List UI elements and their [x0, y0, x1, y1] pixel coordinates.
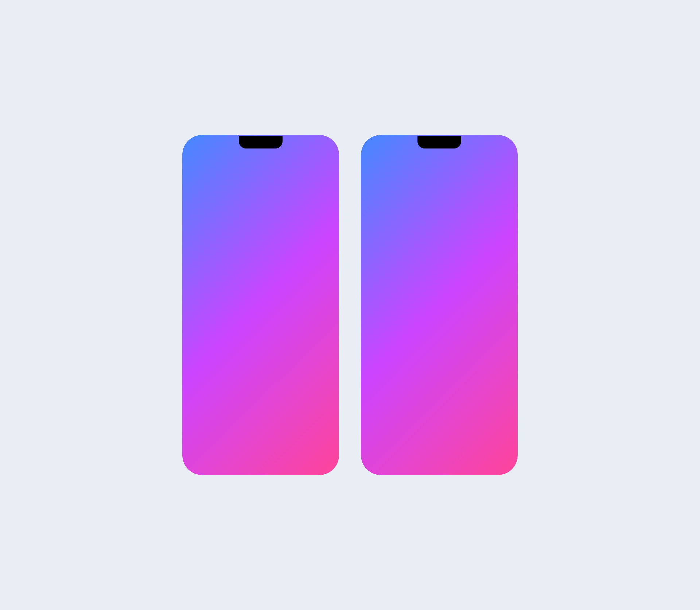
phone-notch-left: [239, 136, 283, 148]
call-spacer: [362, 171, 517, 474]
phone-notch-right: [417, 136, 461, 148]
svg-point-12: [485, 158, 487, 161]
effects-button[interactable]: [430, 435, 449, 454]
right-phone: 😊: [361, 135, 518, 475]
home-indicator-right: [362, 466, 517, 474]
call-header: ← John Smith •••: [362, 152, 517, 171]
forest-glow: [262, 325, 332, 339]
svg-point-18: [440, 443, 441, 444]
effects-icon: [434, 439, 444, 449]
camera-icon-right: ▣: [494, 143, 499, 148]
mic-icon: [409, 440, 418, 449]
card-colorful-partial[interactable]: [262, 343, 332, 379]
status-icons-right: ▣ ↓: [491, 141, 507, 150]
partial-grid: [183, 343, 338, 379]
call-actions: •••: [483, 157, 508, 167]
controls-bar: [368, 431, 511, 458]
svg-point-20: [441, 441, 443, 443]
camera-icon: ▣: [316, 143, 320, 148]
svg-point-19: [436, 441, 438, 443]
end-call-button[interactable]: [481, 435, 500, 454]
more-options-button[interactable]: •••: [497, 158, 508, 167]
status-time-left: 09:41: [194, 142, 207, 148]
left-phone: 09:41 ▣ ↓: [182, 135, 339, 475]
flip-camera-icon: [460, 440, 469, 449]
phone-inner-right: 😊: [362, 136, 517, 474]
svg-point-17: [437, 443, 438, 444]
mic-button[interactable]: [404, 435, 423, 454]
end-call-icon: [486, 439, 496, 449]
video-call-content: 09:41 ▣ ↓ ← John Smith: [362, 136, 517, 474]
add-person-button[interactable]: [483, 157, 491, 167]
status-time-right: 09:41: [372, 142, 386, 148]
back-button[interactable]: ←: [371, 157, 380, 167]
status-pill-right: ▣ ↓: [491, 141, 507, 150]
call-controls: [362, 431, 517, 474]
colorful-bg: [262, 343, 332, 379]
svg-rect-15: [413, 441, 415, 445]
status-pill-left: ▣ ↓: [312, 141, 328, 150]
call-contact-name: John Smith: [413, 158, 449, 166]
signal-icon-right: ↓: [501, 143, 503, 148]
home-bar-right: [416, 468, 463, 470]
status-icons-left: ▣ ↓: [312, 141, 328, 150]
signal-icon: ↓: [322, 143, 324, 148]
phone-inner-left: 09:41 ▣ ↓: [183, 136, 338, 474]
add-person-icon: [483, 157, 491, 166]
video-button[interactable]: [378, 435, 397, 454]
flip-button[interactable]: [455, 435, 474, 454]
video-icon: [384, 440, 392, 449]
